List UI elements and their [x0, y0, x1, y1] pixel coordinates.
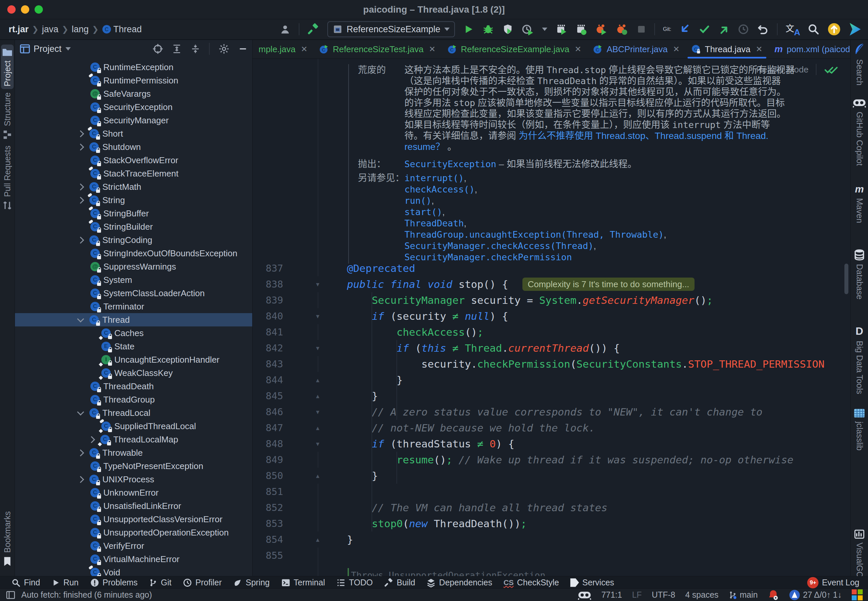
git-update-button[interactable]: [679, 24, 691, 35]
tool-window-bar-git[interactable]: Git: [149, 578, 172, 587]
breadcrumb-item[interactable]: lang: [72, 24, 89, 35]
notification-icon[interactable]: [767, 589, 779, 601]
tree-item-UnsatisfiedLinkError[interactable]: CUnsatisfiedLinkError: [15, 499, 252, 513]
tree-item-StringCoding[interactable]: CStringCoding: [15, 233, 252, 247]
run-configuration-select[interactable]: ReferenceSizeExample: [327, 21, 455, 37]
editor-tab-ReferenceSizeTest.java[interactable]: CReferenceSizeTest.java✕: [314, 40, 441, 58]
tree-item-StackTraceElement[interactable]: CStackTraceElement: [15, 167, 252, 180]
fold-close-icon[interactable]: ▴: [312, 388, 323, 404]
tool-window-bar-spring[interactable]: Spring: [233, 578, 270, 587]
code-line-838[interactable]: 838▾public final void stop() { Complexit…: [253, 276, 850, 292]
code-line-843[interactable]: 843 security.checkPermission(SecurityCon…: [253, 356, 850, 372]
tree-item-Short[interactable]: CShort: [15, 127, 252, 140]
code-line-853[interactable]: 853 stop0(new ThreadDeath());: [253, 516, 850, 532]
code-line-852[interactable]: 852 // The VM can handle all thread stat…: [253, 500, 850, 516]
tool-window-button-bookmarks[interactable]: Bookmarks: [0, 511, 15, 567]
code-line-844[interactable]: 844▴ }: [253, 372, 850, 388]
tree-item-Throwable[interactable]: CThrowable: [15, 446, 252, 459]
chevron-expanded-icon[interactable]: [77, 408, 84, 415]
tree-item-RuntimeException[interactable]: CRuntimeException: [15, 61, 252, 74]
complexity-hint[interactable]: Complexity is 7 It's time to do somethin…: [522, 278, 694, 291]
code-line-854[interactable]: 854▴}: [253, 532, 850, 548]
doc-link[interactable]: run(): [404, 195, 431, 206]
tool-window-bar-build[interactable]: Build: [384, 578, 416, 587]
tree-item-VerifyError[interactable]: CVerifyError: [15, 539, 252, 552]
tool-window-button-github-copilot[interactable]: GitHub Copilot: [851, 97, 868, 166]
translate-button[interactable]: 文A: [786, 23, 799, 35]
editor-tab-Thread.java[interactable]: CThread.java✕: [685, 40, 768, 58]
doc-link[interactable]: resume？: [404, 142, 445, 152]
code-line-848[interactable]: 848▾ if (threadStatus ≠ 0) {: [253, 436, 850, 452]
debug-async-profiler-button[interactable]: [575, 23, 587, 35]
code-line-845[interactable]: 845▴ }: [253, 388, 850, 404]
plugin-button[interactable]: [849, 23, 861, 35]
fold-close-icon[interactable]: ▴: [312, 468, 323, 484]
tool-window-button-jclasslib[interactable]: jclasslib: [851, 408, 868, 451]
tree-item-SystemClassLoaderAction[interactable]: CSystemClassLoaderAction: [15, 287, 252, 300]
tree-item-SecurityManager[interactable]: CSecurityManager: [15, 114, 252, 127]
git-push-button[interactable]: [719, 24, 730, 35]
file-encoding[interactable]: UTF-8: [652, 590, 675, 599]
code-line-847[interactable]: 847▴ // not-NEW because we hold the lock…: [253, 420, 850, 436]
tab-close-icon[interactable]: ✕: [301, 44, 308, 54]
hide-panel-button[interactable]: [238, 44, 248, 53]
expand-all-button[interactable]: [172, 44, 182, 54]
tab-close-icon[interactable]: ✕: [756, 44, 762, 54]
chevron-collapsed-icon[interactable]: [77, 236, 84, 243]
run-button[interactable]: [463, 24, 474, 35]
tool-window-button-big-data-tools[interactable]: DBig Data Tools: [851, 325, 868, 394]
git-rollback-button[interactable]: [757, 24, 769, 35]
run-async-profiler-button[interactable]: [555, 23, 567, 35]
tool-window-button-database[interactable]: Database: [851, 249, 868, 299]
layout-icon[interactable]: [6, 590, 15, 599]
tree-item-SuppressWarnings[interactable]: @SuppressWarnings: [15, 260, 252, 273]
fold-close-icon[interactable]: ▴: [312, 532, 323, 548]
copilot-status-icon[interactable]: [578, 589, 591, 601]
tree-item-Thread[interactable]: CThread: [15, 313, 252, 326]
tree-item-ThreadDeath[interactable]: CThreadDeath: [15, 380, 252, 393]
doc-link[interactable]: checkAccess(): [404, 184, 475, 194]
tab-close-icon[interactable]: ✕: [429, 44, 436, 54]
tree-item-State[interactable]: EState: [15, 340, 252, 353]
chevron-down-icon[interactable]: [65, 47, 71, 50]
tool-window-button-maven[interactable]: mMaven: [851, 183, 868, 223]
doc-link[interactable]: 为什么不推荐使用 Thread.stop、Thread.suspend 和 Th…: [519, 131, 769, 141]
tree-item-VirtualMachineError[interactable]: CVirtualMachineError: [15, 552, 252, 566]
tree-item-SecurityException[interactable]: CSecurityException: [15, 101, 252, 114]
chevron-collapsed-icon[interactable]: [77, 449, 84, 456]
breadcrumb-item[interactable]: Thread: [113, 24, 142, 35]
doc-link[interactable]: SecurityException: [404, 159, 496, 169]
tree-item-UncaughtExceptionHandler[interactable]: IUncaughtExceptionHandler: [15, 353, 252, 366]
chevron-collapsed-icon[interactable]: [77, 197, 84, 203]
fold-open-icon[interactable]: ▾: [312, 340, 323, 356]
debug-button[interactable]: [482, 23, 494, 35]
tree-item-Caches[interactable]: CCaches: [15, 326, 252, 340]
panel-settings-button[interactable]: [218, 43, 230, 55]
chevron-down-icon[interactable]: [542, 27, 547, 31]
tool-window-bar-problems[interactable]: Problems: [90, 578, 138, 587]
update-available-button[interactable]: [827, 23, 841, 36]
code-changes-stat[interactable]: 27 Δ/0↑ 1↓: [789, 589, 842, 601]
chevron-collapsed-icon[interactable]: [88, 436, 95, 443]
code-area[interactable]: 837@Deprecated838▾public final void stop…: [253, 260, 850, 563]
grid-logo-icon[interactable]: [852, 589, 863, 600]
tool-window-button-visualgc[interactable]: VisualGC: [851, 529, 868, 577]
tree-item-UnsupportedClassVersionError[interactable]: CUnsupportedClassVersionError: [15, 513, 252, 526]
tab-close-icon[interactable]: ✕: [673, 44, 679, 54]
code-line-842[interactable]: 842▾ if (this ≠ Thread.currentThread()) …: [253, 340, 850, 356]
search-everywhere-button[interactable]: [807, 23, 819, 35]
profiler-flame-run-button[interactable]: [595, 23, 608, 35]
project-panel-title[interactable]: Project: [34, 44, 61, 54]
collapse-all-button[interactable]: [190, 44, 200, 54]
editor-tab-ABCPrinter.java[interactable]: CABCPrinter.java✕: [587, 40, 685, 58]
tree-item-RuntimePermission[interactable]: CRuntimePermission: [15, 74, 252, 87]
chevron-collapsed-icon[interactable]: [77, 130, 84, 137]
tree-item-Void[interactable]: CVoid: [15, 566, 252, 577]
editor-tab-ReferenceSizeExample.java[interactable]: CReferenceSizeExample.java✕: [442, 40, 588, 58]
tree-item-StringBuffer[interactable]: CStringBuffer: [15, 207, 252, 220]
editor-scrollbar[interactable]: [844, 264, 848, 294]
fold-open-icon[interactable]: ▾: [312, 404, 323, 420]
build-project-button[interactable]: [308, 23, 319, 35]
run-with-coverage-button[interactable]: [502, 24, 513, 35]
chevron-collapsed-icon[interactable]: [77, 143, 84, 150]
